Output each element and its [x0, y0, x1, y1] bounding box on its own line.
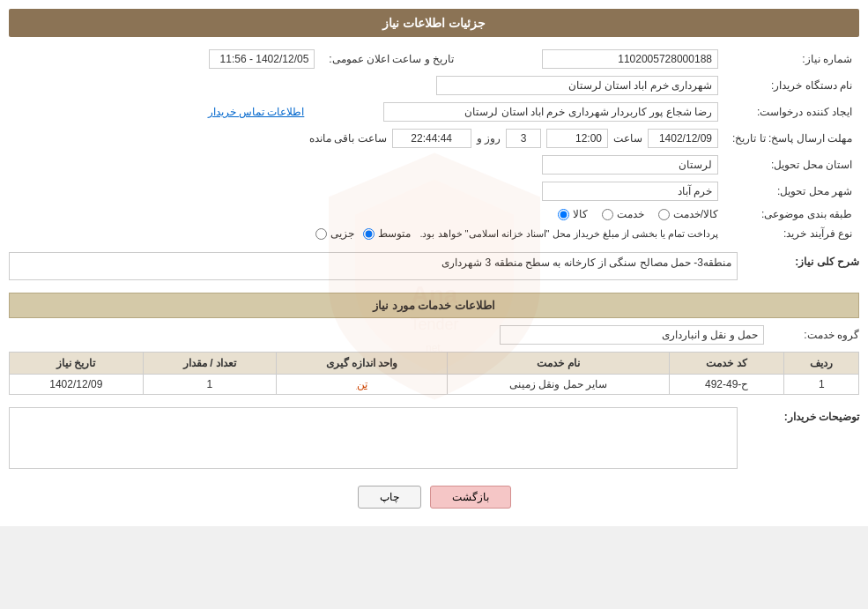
deadline-date: 1402/12/09 [648, 129, 718, 148]
cell-unit: تن [277, 375, 448, 395]
back-button[interactable]: بازگشت [430, 486, 511, 509]
services-section-header: اطلاعات خدمات مورد نیاز [9, 293, 859, 318]
col-qty: تعداد / مقدار [143, 353, 276, 375]
need-number-value: 1102005728000188 [542, 49, 718, 69]
radio-jozvi-label: جزیی [330, 227, 354, 240]
info-grid: شماره نیاز: 1102005728000188 تاریخ و ساع… [9, 46, 859, 243]
radio-khadamat-label: خدمت [617, 208, 644, 220]
col-name: نام خدمت [448, 353, 670, 375]
description-value: منطقه3- حمل مصالح سنگی از کارخانه به سطح… [9, 252, 738, 280]
radio-jozvi[interactable]: جزیی [315, 227, 354, 240]
service-group-label: گروه خدمت: [771, 329, 859, 341]
radio-kala-khadamat-label: کالا/خدمت [673, 208, 718, 220]
deadline-remaining: 22:44:44 [392, 129, 471, 148]
buyer-notes-label: توضیحات خریدار: [745, 411, 859, 423]
radio-kala-khadamat[interactable]: کالا/خدمت [658, 208, 718, 220]
print-button[interactable]: چاپ [358, 486, 421, 509]
col-row: ردیف [784, 353, 859, 375]
description-label: شرح کلی نیاز: [745, 256, 859, 268]
cell-name: سایر حمل ونقل زمینی [448, 375, 670, 395]
page-wrapper: جزئیات اطلاعات نیاز Ana Tender .net شمار… [0, 0, 868, 526]
col-date: تاریخ نیاز [10, 353, 144, 375]
announce-label: تاریخ و ساعت اعلان عمومی: [322, 46, 461, 72]
radio-kala-label: کالا [573, 208, 588, 220]
category-label: طبقه بندی موضوعی: [725, 204, 859, 224]
deadline-remaining-label: ساعت باقی مانده [309, 132, 387, 145]
creator-value: رضا شجاع پور کاربردار شهرداری خرم اباد ا… [383, 102, 718, 122]
deadline-time-label: ساعت [613, 132, 642, 145]
contact-link[interactable]: اطلاعات تماس خریدار [208, 106, 305, 118]
deadline-days-label: روز و [477, 132, 501, 145]
radio-motavaset-label: متوسط [378, 227, 411, 240]
radio-motavaset[interactable]: متوسط [363, 227, 411, 240]
province-value: لرستان [542, 155, 718, 175]
city-value: خرم آباد [542, 182, 718, 201]
radio-khadamat[interactable]: خدمت [602, 208, 644, 220]
deadline-label: مهلت ارسال پاسخ: تا تاریخ: [725, 125, 859, 152]
col-unit: واحد اندازه گیری [277, 353, 448, 375]
buyer-org-value: شهرداری خرم اباد استان لرستان [436, 76, 718, 95]
cell-row: 1 [784, 375, 859, 395]
process-label: نوع فرآیند خرید: [725, 224, 859, 243]
services-table: ردیف کد خدمت نام خدمت واحد اندازه گیری ت… [9, 352, 859, 395]
creator-label: ایجاد کننده درخواست: [725, 99, 859, 125]
page-title: جزئیات اطلاعات نیاز [9, 9, 859, 37]
cell-date: 1402/12/09 [10, 375, 144, 395]
city-label: شهر محل تحویل: [725, 178, 859, 204]
buyer-notes-textarea[interactable] [9, 407, 738, 469]
table-row: 1ح-49-492سایر حمل ونقل زمینیتن11402/12/0… [10, 375, 859, 395]
announce-value: 1402/12/05 - 11:56 [209, 49, 315, 69]
radio-kala[interactable]: کالا [558, 208, 588, 220]
province-label: استان محل تحویل: [725, 152, 859, 178]
cell-code: ح-49-492 [669, 375, 784, 395]
col-code: کد خدمت [669, 353, 784, 375]
cell-qty: 1 [143, 375, 276, 395]
deadline-days: 3 [506, 129, 541, 148]
need-number-label: شماره نیاز: [725, 46, 859, 72]
buyer-org-label: نام دستگاه خریدار: [725, 72, 859, 99]
deadline-time: 12:00 [546, 129, 608, 148]
service-group-value: حمل و نقل و انبارداری [500, 325, 764, 345]
process-notice: پرداخت تمام یا بخشی از مبلغ خریداز محل "… [419, 228, 718, 240]
